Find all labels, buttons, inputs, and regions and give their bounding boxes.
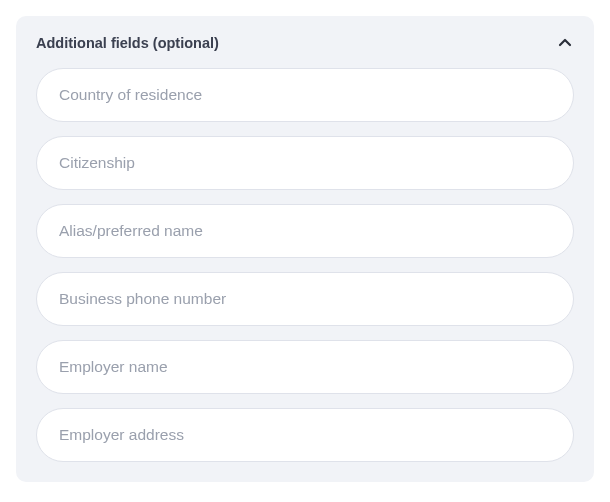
business-phone-input[interactable] [36,272,574,326]
fields-container [36,68,574,462]
chevron-up-icon [556,34,574,52]
employer-name-input[interactable] [36,340,574,394]
country-of-residence-input[interactable] [36,68,574,122]
alias-input[interactable] [36,204,574,258]
panel-header-toggle[interactable]: Additional fields (optional) [36,34,574,52]
panel-title: Additional fields (optional) [36,35,219,51]
additional-fields-panel: Additional fields (optional) [16,16,594,482]
employer-address-input[interactable] [36,408,574,462]
citizenship-input[interactable] [36,136,574,190]
